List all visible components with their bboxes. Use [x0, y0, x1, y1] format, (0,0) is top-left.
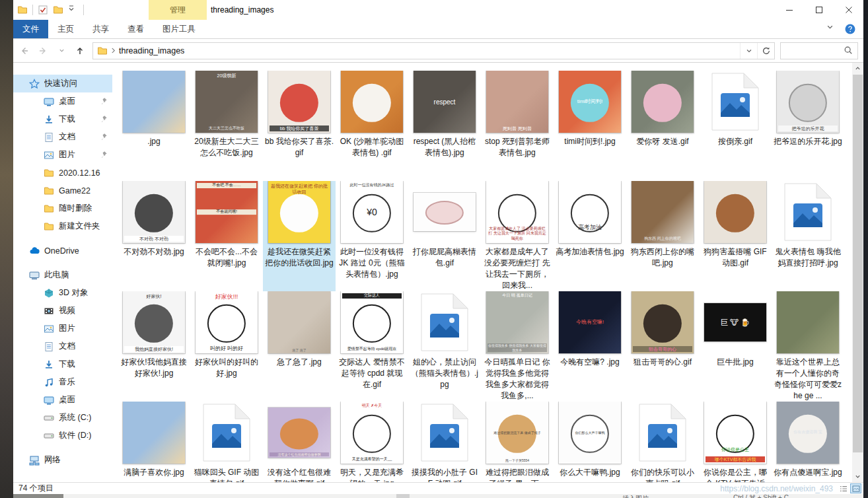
file-item[interactable]: 你们的快乐可以小声点吗.gif — [626, 402, 699, 482]
file-item[interactable]: 你有点傻逼啊 宝 你有点傻逼啊宝.jpg — [772, 402, 844, 482]
file-item[interactable]: 好家伙!!!叫的好 叫的好 好家伙叫的好叫的好.jpg — [190, 291, 263, 402]
file-item[interactable]: 死到普 死到普 stop 死到普郭老师表情包.jpg — [481, 71, 554, 181]
customize-toolbar-chevron-icon[interactable] — [68, 5, 79, 15]
search-icon[interactable] — [844, 46, 854, 56]
file-item[interactable]: 没有这个红包很难帮你做事啊 没有这个红包很难帮你做事啊.gif — [263, 402, 336, 482]
ribbon-tab[interactable]: 共享 — [83, 20, 118, 38]
file-item[interactable]: respect respect (黑人抬棺表情包).jpg — [408, 71, 481, 181]
thumbnail-view-icon[interactable] — [850, 483, 861, 493]
sidebar-item[interactable]: 桌面 — [13, 92, 112, 110]
file-item[interactable]: 满脑子喜欢你.jpg — [118, 402, 190, 482]
properties-check-icon[interactable] — [38, 5, 48, 15]
file-item[interactable]: 狙击哥哥的心 狙击哥哥的心.gif — [626, 291, 699, 402]
breadcrumb[interactable]: threading_images — [93, 43, 740, 59]
sidebar-item[interactable]: 此电脑 — [13, 266, 112, 284]
details-view-icon[interactable] — [838, 483, 849, 493]
new-folder-icon[interactable] — [53, 5, 63, 15]
file-item[interactable]: 趁我还在微笑赶紧把 你的批话收回 趁我还在微笑赶紧把你的批话收回.jpg — [263, 181, 336, 291]
back-button[interactable] — [16, 42, 33, 59]
file-item[interactable]: 此时一位没有钱的JK路过¥0 此时一位没有钱得 JK 路过 0元（熊猫头表情包）… — [336, 181, 408, 291]
forward-button[interactable] — [34, 42, 52, 59]
sidebar-item[interactable]: 下载 — [13, 110, 112, 128]
file-item[interactable]: 大家都是成年人了 没必要死缠烂打 先让我去一下厕所 回来我肯定喝死你 大家都是成… — [481, 181, 554, 291]
address-history-chevron-icon[interactable] — [740, 43, 757, 59]
file-name: 高考加油表情包.jpg — [556, 246, 624, 258]
ribbon-tab[interactable]: 主页 — [48, 20, 83, 38]
help-icon[interactable] — [845, 24, 855, 34]
address-box[interactable]: threading_images — [92, 42, 775, 59]
sidebar-item[interactable]: 图片 — [13, 320, 112, 338]
file-item[interactable]: 靠近这个世界上总有一个人懂你的奇奇怪怪你可可爱爱zhe ge ... — [772, 291, 844, 402]
file-item[interactable]: 猫咪回头 GIF 动图表情包.gif — [190, 402, 263, 482]
contextual-tab-header[interactable]: 管理 — [149, 0, 207, 20]
file-item[interactable]: 爱你呀 发送.gif — [626, 71, 699, 181]
maximize-button[interactable] — [804, 0, 834, 20]
sidebar-item[interactable]: 视频 — [13, 302, 112, 320]
file-item[interactable]: 好家伙!我他妈直接好家伙! 好家伙!我他妈直接好家伙!.jpg — [118, 291, 190, 402]
refresh-button[interactable] — [757, 43, 774, 59]
sidebar-item[interactable]: 快速访问 — [13, 75, 112, 92]
file-item[interactable]: 今日 晴 孤单日记你觉得我鱼多 他觉得我鱼多 大家都觉得我鱼多 今日晴孤单日记 … — [481, 291, 554, 402]
sidebar-item[interactable]: 新建文件夹 — [13, 217, 112, 235]
ribbon-tab-active[interactable]: 文件 — [13, 20, 48, 38]
sidebar-item[interactable]: 2020.12.16 — [13, 164, 112, 182]
scrollbar-thumb[interactable] — [853, 75, 863, 452]
file-item[interactable]: 不会吧 不会……不会就闭嘴! 不会吧不会...不会就闭嘴!.jpg — [190, 181, 263, 291]
search-box[interactable] — [780, 42, 858, 59]
sidebar-item[interactable]: 图片 — [13, 146, 112, 164]
file-thumbnail — [341, 71, 403, 133]
file-item[interactable]: 狗狗害羞捂嘴 GIF 动图.gif — [699, 181, 772, 291]
file-item[interactable]: 你说你是公主哪个KTV都不告诉我 你说你是公主，哪个 KTV 都不告诉我.jpg — [699, 402, 772, 482]
file-item[interactable]: 你们那么大声干嘛鸭 你么大干嘛鸭.jpg — [554, 402, 626, 482]
file-item[interactable]: 把爷逗的乐开花 把爷逗的乐开花.jpg — [772, 71, 844, 181]
sidebar-item[interactable]: 文档 — [13, 128, 112, 146]
file-item[interactable]: 急了 急了 急了急了.jpg — [263, 291, 336, 402]
ribbon-tab[interactable]: 图片工具 — [153, 20, 205, 38]
sidebar-item[interactable]: 桌面 — [13, 391, 112, 409]
file-item[interactable]: 高考加油 高考加油表情包.jpg — [554, 181, 626, 291]
file-item[interactable]: 不对劲 不对劲 不对劲不对劲.jpg — [118, 181, 190, 291]
toolbar-divider — [32, 5, 33, 15]
sidebar-item[interactable]: 网络 — [13, 451, 112, 469]
file-item[interactable]: 今晚有空嘛! 今晚有空嘛? .jpg — [554, 291, 626, 402]
file-item[interactable]: 鬼火表情包 嗨我他妈直接打招呼.jpg — [772, 181, 844, 291]
sidebar-item[interactable]: OneDrive — [13, 242, 112, 260]
file-item[interactable]: 明天 ✗今天又是充满希望的一天__ 明天，又是充满希望的一天.jpg — [336, 402, 408, 482]
thumbnail-box: 好家伙!我他妈直接好家伙! — [120, 291, 188, 353]
file-item[interactable]: bb 我给你买了喜茶 bb 我给你买了喜茶.gif — [263, 71, 336, 181]
file-item[interactable]: 巨 🐮 🍺 巨牛批.jpg — [699, 291, 772, 402]
recent-locations-chevron-icon[interactable] — [53, 42, 70, 59]
thumbnail-subject-shape — [207, 304, 246, 343]
ribbon-tab[interactable]: 查看 — [118, 20, 153, 38]
file-item[interactable]: OK (沙雕羊驼动图表情包) .gif — [336, 71, 408, 181]
sidebar-item[interactable]: 系统 (C:) — [13, 409, 112, 427]
up-button[interactable] — [71, 42, 89, 59]
sidebar-item[interactable]: Game22 — [13, 182, 112, 199]
file-item[interactable]: 20级萌新大二大三怎么不吃饭 20级新生大二大三怎么不吃饭.jpg — [190, 71, 263, 181]
vertical-scrollbar[interactable] — [852, 63, 863, 482]
file-thumbnail: 你们那么大声干嘛鸭 — [559, 402, 621, 464]
close-button[interactable] — [834, 0, 863, 20]
sidebar-item[interactable]: 随时删除 — [13, 199, 112, 217]
scroll-up-arrow-icon[interactable] — [852, 63, 863, 74]
sidebar-item[interactable]: 文档 — [13, 338, 112, 355]
search-input[interactable] — [781, 46, 844, 55]
file-name: 把爷逗的乐开花.jpg — [774, 136, 842, 147]
breadcrumb-path[interactable]: threading_images — [119, 46, 184, 55]
sidebar-item[interactable]: 3D 对象 — [13, 284, 112, 302]
file-item[interactable]: 姐的心，禁止访问（熊猫头表情包）.jpg — [408, 291, 481, 402]
file-item[interactable]: timi时间到! timi时间到!.jpg — [554, 71, 626, 181]
file-item[interactable]: 狗东西 闭上你的嘴吧 狗东西闭上你的嘴吧.jpg — [626, 181, 699, 291]
file-item[interactable]: 交际达人爱情禁不起等待 cpdd就现在 交际达人 爱情禁不起等待 cpdd 就现… — [336, 291, 408, 402]
minimize-button[interactable] — [774, 0, 804, 20]
sidebar-item[interactable]: 音乐 — [13, 373, 112, 391]
file-item[interactable]: 摸摸我的小肚子 GIF 动图.gif — [408, 402, 481, 482]
scroll-down-arrow-icon[interactable] — [852, 471, 863, 482]
sidebar-item[interactable]: 软件 (D:) — [13, 427, 112, 445]
file-item[interactable]: .jpg — [118, 71, 190, 181]
sidebar-item[interactable]: 下载 — [13, 355, 112, 373]
collapse-ribbon-chevron-icon[interactable] — [826, 24, 837, 34]
file-item[interactable]: 难过得把眼泪流下来 做成了绳子甩一下子哭5554 难过得把眼泪做成了绳子 甩一下… — [481, 402, 554, 482]
file-item[interactable]: 打你屁屁高糊表情包.gif — [408, 181, 481, 291]
file-item[interactable]: 按倒亲.gif — [699, 71, 772, 181]
